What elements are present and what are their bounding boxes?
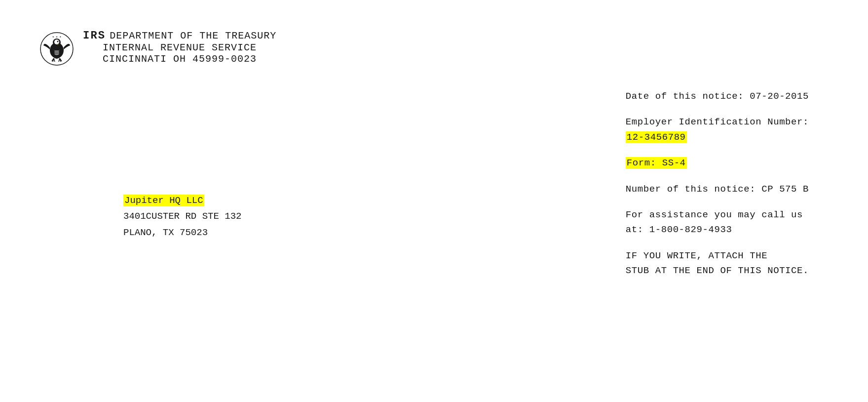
- write-field: IF YOU WRITE, ATTACH THE STUB AT THE END…: [626, 248, 809, 279]
- write-line2: STUB AT THE END OF THIS NOTICE.: [626, 263, 809, 278]
- form-field: Form: SS-4: [626, 156, 809, 170]
- ein-field: Employer Identification Number: 12-34567…: [626, 115, 809, 145]
- header-section: ★ ★ ★ IRS DEPARTMENT OF THE TREASURY INT…: [39, 30, 276, 86]
- irs-label: IRS: [83, 30, 106, 42]
- right-column: Date of this notice: 07-20-2015 Employer…: [626, 89, 809, 289]
- svg-text:★ ★ ★: ★ ★ ★: [52, 35, 61, 39]
- ein-label: Employer Identification Number:: [626, 115, 809, 129]
- address-section: Jupiter HQ LLC 3401CUSTER RD STE 132 PLA…: [123, 193, 241, 241]
- irs-eagle-icon: ★ ★ ★: [39, 32, 74, 66]
- date-label: Date of this notice: 07-20-2015: [626, 89, 809, 104]
- notice-number-field: Number of this notice: CP 575 B: [626, 182, 809, 197]
- irs-header-text-block: IRS DEPARTMENT OF THE TREASURY INTERNAL …: [83, 30, 276, 65]
- company-name: Jupiter HQ LLC: [123, 193, 241, 208]
- city-state-zip: PLANO, TX 75023: [123, 225, 241, 241]
- form-label: Form: SS-4: [626, 156, 809, 170]
- agency-line1: DEPARTMENT OF THE TREASURY: [110, 30, 276, 41]
- assistance-field: For assistance you may call us at: 1-800…: [626, 207, 809, 238]
- assistance-line2: at: 1-800-829-4933: [626, 222, 809, 237]
- notice-number-label: Number of this notice: CP 575 B: [626, 182, 809, 197]
- street-address: 3401CUSTER RD STE 132: [123, 208, 241, 224]
- date-field: Date of this notice: 07-20-2015: [626, 89, 809, 104]
- assistance-line1: For assistance you may call us: [626, 207, 809, 222]
- svg-point-4: [57, 41, 59, 42]
- ein-value: 12-3456789: [626, 130, 809, 145]
- write-line1: IF YOU WRITE, ATTACH THE: [626, 248, 809, 263]
- page: ★ ★ ★ IRS DEPARTMENT OF THE TREASURY INT…: [0, 0, 868, 402]
